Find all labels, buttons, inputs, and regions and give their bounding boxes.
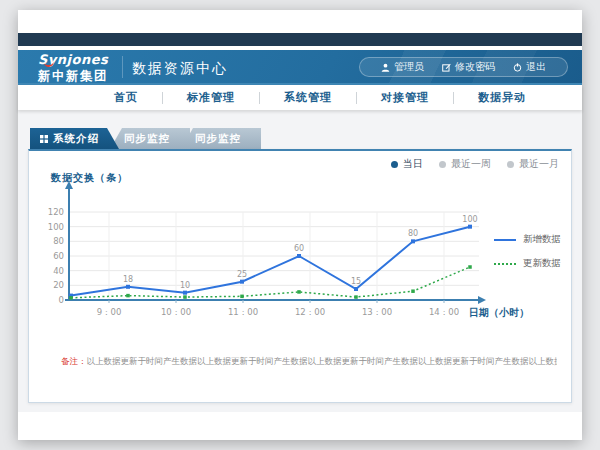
data-point-label: 10 — [180, 281, 190, 290]
x-tick-label: 11：00 — [228, 307, 258, 317]
page-title: 数据资源中心 — [132, 60, 228, 78]
tab-sync-monitor-1[interactable]: 同步监控 — [110, 128, 190, 149]
data-point-label: 18 — [123, 275, 133, 284]
data-point — [183, 291, 187, 295]
footnote-label: 备注： — [61, 356, 87, 366]
person-icon — [381, 63, 390, 72]
power-icon — [513, 63, 522, 72]
data-point-label: 25 — [237, 270, 247, 279]
data-point — [411, 289, 415, 293]
data-point — [126, 294, 130, 298]
x-tick-label: 12：00 — [295, 307, 325, 317]
logo: Synjones 新中新集团 — [38, 53, 108, 82]
x-tick-label: 10：00 — [161, 307, 191, 317]
data-point-label: 15 — [351, 277, 361, 286]
x-axis-title: 日期（小时） — [469, 306, 529, 320]
header-divider — [122, 56, 123, 78]
axes: 0204060801001209：0010：0011：0012：0013：001… — [48, 181, 486, 317]
window-footer — [18, 412, 582, 440]
y-tick-label: 20 — [53, 280, 64, 290]
data-point — [69, 296, 73, 300]
edit-icon — [442, 63, 451, 72]
nav-item-standard-mgmt[interactable]: 标准管理 — [163, 90, 259, 105]
content-area: 系统介绍 同步监控 同步监控 当日 最近一周 — [18, 110, 582, 412]
data-point — [183, 295, 187, 299]
user-menu: 管理员 修改密码 退出 — [359, 57, 568, 77]
solid-line-icon — [494, 239, 516, 241]
user-menu-admin[interactable]: 管理员 — [372, 60, 433, 74]
y-tick-label: 100 — [48, 222, 64, 232]
logo-brand: Synjones — [38, 53, 108, 67]
legend-item-new-data[interactable]: 新增数据 — [494, 233, 561, 246]
data-point-label: 100 — [462, 215, 477, 224]
data-point — [468, 265, 472, 269]
dotted-line-icon — [494, 263, 516, 265]
data-point — [297, 290, 301, 294]
x-tick-label: 14：00 — [429, 307, 459, 317]
main-nav: 首页 标准管理 系统管理 对接管理 数据异动 — [18, 85, 582, 110]
x-tick-label: 13：00 — [362, 307, 392, 317]
chart-panel: 当日 最近一周 最近一月 数据交换（条） 0204060801001209：00… — [28, 149, 572, 403]
data-point — [240, 295, 244, 299]
y-tick-label: 60 — [53, 251, 64, 261]
logo-company: 新中新集团 — [38, 69, 108, 82]
data-point — [126, 285, 130, 289]
y-tick-label: 80 — [53, 236, 64, 246]
tab-sync-monitor-2[interactable]: 同步监控 — [181, 128, 261, 149]
x-tick-label: 9：00 — [97, 307, 122, 317]
data-point-label: 80 — [408, 229, 418, 238]
data-point — [240, 280, 244, 284]
grid-icon — [40, 135, 48, 143]
titlebar — [18, 33, 582, 46]
footnote-text: 以上数据更新于时间产生数据以上数据更新于时间产生数据以上数据更新于时间产生数据以… — [87, 356, 558, 366]
data-point — [411, 239, 415, 243]
y-tick-label: 120 — [48, 207, 64, 217]
data-point — [354, 295, 358, 299]
header: Synjones 新中新集团 数据资源中心 管理员 修改密码 — [18, 50, 582, 85]
nav-item-home[interactable]: 首页 — [90, 90, 162, 105]
y-tick-label: 40 — [53, 266, 64, 276]
legend-item-update-data[interactable]: 更新数据 — [494, 257, 561, 270]
line-chart: 0204060801001209：0010：0011：0012：0013：001… — [29, 151, 571, 351]
data-point — [297, 254, 301, 258]
data-point-label: 60 — [294, 244, 304, 253]
tab-system-intro[interactable]: 系统介绍 — [30, 128, 119, 149]
chart-legend: 新增数据 更新数据 — [494, 233, 561, 270]
tab-bar: 系统介绍 同步监控 同步监控 — [30, 128, 261, 149]
nav-item-data-change[interactable]: 数据异动 — [454, 90, 550, 105]
data-point — [468, 225, 472, 229]
footnote: 备注：以上数据更新于时间产生数据以上数据更新于时间产生数据以上数据更新于时间产生… — [61, 356, 557, 368]
data-point — [354, 287, 358, 291]
user-menu-logout[interactable]: 退出 — [504, 60, 555, 74]
nav-item-interface-mgmt[interactable]: 对接管理 — [357, 90, 453, 105]
user-menu-change-password[interactable]: 修改密码 — [433, 60, 504, 74]
nav-item-system-mgmt[interactable]: 系统管理 — [260, 90, 356, 105]
app-window: Synjones 新中新集团 数据资源中心 管理员 修改密码 — [18, 10, 582, 440]
y-tick-label: 0 — [59, 295, 64, 305]
